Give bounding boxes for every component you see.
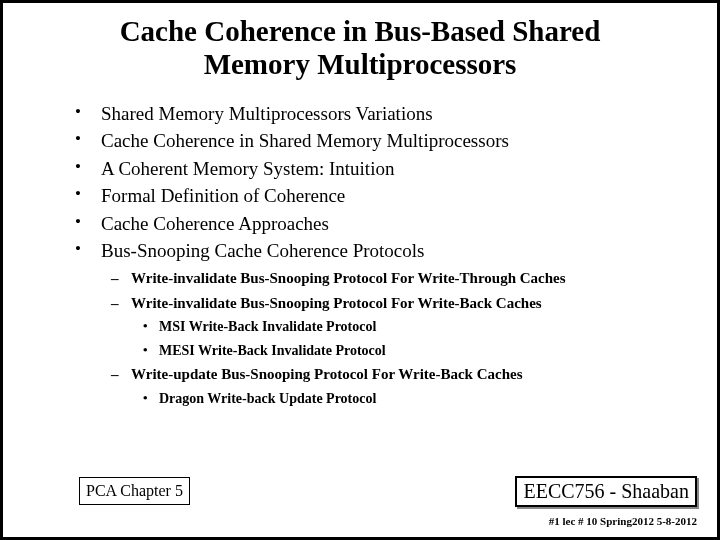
page-info: #1 lec # 10 Spring2012 5-8-2012: [549, 515, 697, 527]
list-sub-sub-item: MESI Write-Back Invalidate Protocol: [75, 341, 717, 361]
course-info: EECC756 - Shaaban: [515, 476, 697, 507]
course-name: EECC756 - Shaaban: [515, 476, 697, 507]
list-sub-sub-item: MSI Write-Back Invalidate Protocol: [75, 317, 717, 337]
slide-title: Cache Coherence in Bus-Based Shared Memo…: [3, 15, 717, 82]
list-item: A Coherent Memory System: Intuition: [75, 155, 717, 183]
list-sub-item: Write-update Bus-Snooping Protocol For W…: [75, 364, 717, 386]
list-item: Shared Memory Multiprocessors Variations: [75, 100, 717, 128]
list-item: Formal Definition of Coherence: [75, 182, 717, 210]
chapter-reference: PCA Chapter 5: [79, 477, 190, 505]
list-sub-item: Write-invalidate Bus-Snooping Protocol F…: [75, 268, 717, 290]
list-item: Cache Coherence in Shared Memory Multipr…: [75, 127, 717, 155]
list-item: Cache Coherence Approaches: [75, 210, 717, 238]
list-sub-sub-item: Dragon Write-back Update Protocol: [75, 389, 717, 409]
bullet-list: Shared Memory Multiprocessors Variations…: [75, 100, 717, 409]
list-sub-item: Write-invalidate Bus-Snooping Protocol F…: [75, 293, 717, 315]
title-line1: Cache Coherence in Bus-Based Shared: [120, 15, 601, 47]
title-line2: Memory Multiprocessors: [204, 48, 517, 80]
list-item: Bus-Snooping Cache Coherence Protocols: [75, 237, 717, 265]
